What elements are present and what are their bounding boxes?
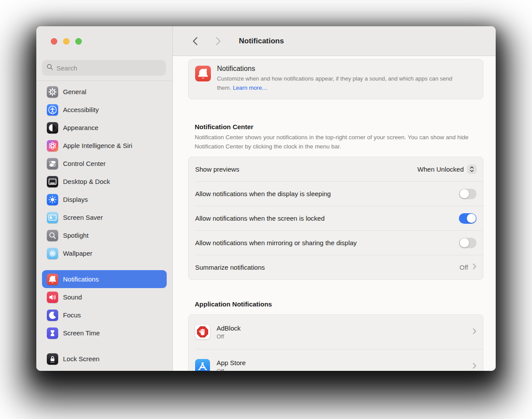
banner-text: Notifications Customize when and how not… <box>217 65 467 93</box>
main-header: Notifications <box>173 26 496 56</box>
desktop-dock-icon <box>47 176 58 187</box>
sidebar-item-general[interactable]: General <box>42 83 167 101</box>
sidebar-item-label: General <box>63 88 86 95</box>
sidebar-header <box>36 26 172 81</box>
sidebar-group-gap <box>42 342 167 350</box>
row-label: Allow notifications when the display is … <box>195 190 459 197</box>
sidebar-item-displays[interactable]: Displays <box>42 190 167 208</box>
desktop: General Accessibility Appearance <box>0 0 532 419</box>
sidebar-item-label: Lock Screen <box>63 355 99 363</box>
sidebar-item-label: Spotlight <box>63 232 88 239</box>
app-row-text: App Store Off <box>217 359 466 371</box>
app-status: Off <box>217 368 466 371</box>
app-store-icon <box>195 359 210 371</box>
traffic-lights <box>51 38 82 45</box>
sidebar-item-desktop-dock[interactable]: Desktop & Dock <box>42 173 167 190</box>
sidebar-item-label: Notifications <box>63 275 99 283</box>
sidebar-list: General Accessibility Appearance <box>36 81 172 371</box>
screen-locked-toggle[interactable] <box>459 213 476 224</box>
page-title: Notifications <box>239 37 284 46</box>
sidebar-item-label: Accessibility <box>63 106 99 113</box>
content-scroll-area[interactable]: Notifications Customize when and how not… <box>173 56 496 371</box>
sidebar-group-gap <box>42 262 167 270</box>
mirroring-toggle[interactable] <box>459 238 476 248</box>
main-pane: Notifications Notifications Customize wh… <box>173 26 496 371</box>
sidebar-item-focus[interactable]: Focus <box>42 306 167 324</box>
app-row-adblock[interactable]: AdBlock Off <box>189 315 483 349</box>
sidebar-item-apple-intelligence-siri[interactable]: Apple Intelligence & Siri <box>42 137 167 155</box>
sidebar-item-label: Apple Intelligence & Siri <box>63 142 132 149</box>
notifications-banner: Notifications Customize when and how not… <box>188 59 483 99</box>
sidebar-item-appearance[interactable]: Appearance <box>42 119 167 137</box>
accessibility-icon <box>47 104 58 116</box>
wallpaper-icon <box>47 248 58 259</box>
sidebar: General Accessibility Appearance <box>36 26 173 371</box>
show-previews-value: When Unlocked <box>417 165 464 173</box>
sidebar-item-lock-screen[interactable]: Lock Screen <box>42 350 167 368</box>
section-description-line1: Notification Center shows your notificat… <box>195 134 406 141</box>
focus-icon <box>47 310 58 321</box>
sidebar-item-notifications[interactable]: Notifications <box>42 270 167 288</box>
app-name: AdBlock <box>217 324 466 332</box>
sidebar-item-label: Desktop & Dock <box>63 178 110 185</box>
sidebar-item-label: Wallpaper <box>63 250 92 257</box>
app-row-app-store[interactable]: App Store Off <box>189 349 483 371</box>
popup-stepper-button[interactable] <box>467 165 476 174</box>
chevron-right-icon <box>472 263 476 271</box>
app-row-text: AdBlock Off <box>217 324 466 340</box>
sidebar-item-label: Screen Time <box>63 329 100 337</box>
control-center-icon <box>47 158 58 169</box>
close-button[interactable] <box>51 38 57 45</box>
minimize-button[interactable] <box>63 38 70 45</box>
sidebar-item-label: Displays <box>63 196 88 203</box>
display-sleeping-toggle[interactable] <box>459 189 476 199</box>
forward-button[interactable] <box>214 35 223 47</box>
learn-more-link[interactable]: Learn more… <box>233 85 267 91</box>
chevron-right-icon <box>472 363 476 371</box>
sidebar-item-label: Focus <box>63 311 81 319</box>
sidebar-item-control-center[interactable]: Control Center <box>42 155 167 173</box>
row-label: Summarize notifications <box>195 264 459 271</box>
banner-description: Customize when and how notifications app… <box>217 74 467 93</box>
gear-icon <box>47 86 58 98</box>
row-allow-screen-locked: Allow notifications when the screen is l… <box>189 206 483 230</box>
screen-time-icon <box>47 327 58 339</box>
sidebar-item-wallpaper[interactable]: Wallpaper <box>42 244 167 262</box>
row-summarize-notifications[interactable]: Summarize notifications Off <box>189 255 483 279</box>
app-status: Off <box>217 333 466 340</box>
sidebar-item-sound[interactable]: Sound <box>42 288 167 306</box>
section-heading-notification-center: Notification Center <box>195 123 483 130</box>
search-input[interactable] <box>56 64 161 72</box>
row-label: Allow notifications when the screen is l… <box>195 215 459 222</box>
sidebar-item-label: Sound <box>63 293 82 301</box>
summarize-value: Off <box>459 264 468 271</box>
siri-icon <box>47 140 58 151</box>
system-settings-window: General Accessibility Appearance <box>36 26 496 371</box>
search-field[interactable] <box>42 60 166 76</box>
sidebar-item-screen-time[interactable]: Screen Time <box>42 324 167 342</box>
notifications-bell-icon <box>195 66 211 81</box>
displays-icon <box>47 194 58 205</box>
sidebar-item-label: Appearance <box>63 124 98 131</box>
sidebar-item-accessibility[interactable]: Accessibility <box>42 101 167 119</box>
row-allow-display-sleeping: Allow notifications when the display is … <box>189 182 483 206</box>
app-name: App Store <box>217 359 466 366</box>
adblock-icon <box>195 324 210 339</box>
application-notifications-card: AdBlock Off App Store <box>188 314 483 371</box>
sidebar-item-screen-saver[interactable]: Screen Saver <box>42 208 167 226</box>
row-allow-mirroring: Allow notifications when mirroring or sh… <box>189 231 483 255</box>
toggle-knob <box>460 189 469 198</box>
lock-screen-icon <box>47 353 58 365</box>
spotlight-icon <box>47 230 58 241</box>
sidebar-item-spotlight[interactable]: Spotlight <box>42 226 167 244</box>
sidebar-item-label: Screen Saver <box>63 214 103 221</box>
chevron-right-icon <box>472 328 476 336</box>
zoom-button[interactable] <box>75 38 82 45</box>
toggle-knob <box>467 214 476 223</box>
row-label: Show previews <box>195 165 417 173</box>
notification-center-card: Show previews When Unlocked Allow notifi… <box>188 157 483 280</box>
screen-saver-icon <box>47 212 58 223</box>
row-show-previews: Show previews When Unlocked <box>189 157 483 181</box>
back-button[interactable] <box>191 35 200 47</box>
section-description: Notification Center shows your notificat… <box>195 133 481 151</box>
